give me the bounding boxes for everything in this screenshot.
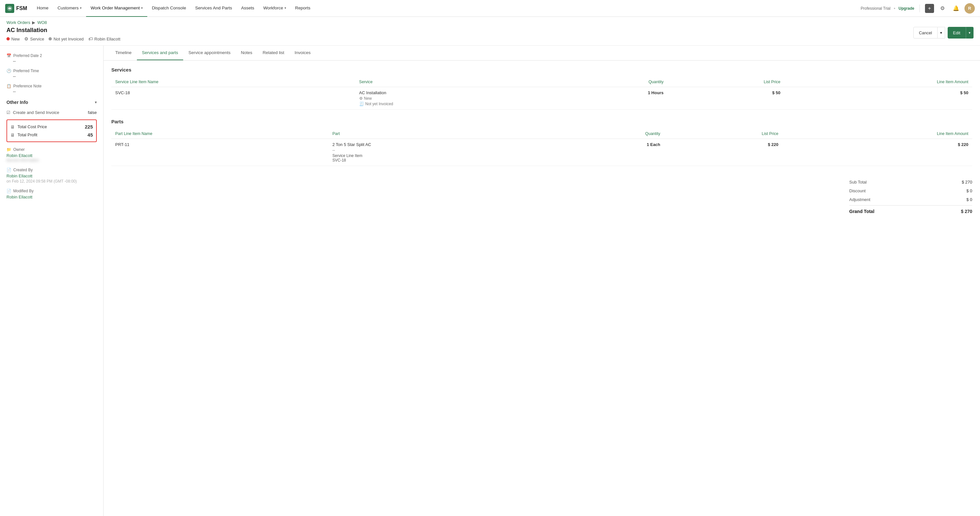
tab-invoices[interactable]: Invoices	[290, 46, 316, 60]
page-title: AC Installation	[6, 27, 120, 33]
owner-section: 📁 Owner Robin Ellacott blurred informati…	[0, 145, 103, 165]
edit-chevron-icon: ▾	[969, 31, 970, 35]
tab-service-appointments[interactable]: Service appointments	[183, 46, 235, 60]
service-line-amount: $ 50	[784, 87, 972, 110]
nav-home[interactable]: Home	[32, 0, 53, 17]
tab-notes[interactable]: Notes	[235, 46, 257, 60]
totals-table: Sub Total $ 270 Discount $ 0 Adjustment …	[849, 178, 972, 216]
note-icon: 📋	[6, 84, 11, 88]
service-line-item-name: SVC-18	[111, 87, 355, 110]
services-section: Services Service Line Item Name Service …	[103, 61, 980, 116]
owner-name[interactable]: Robin Ellacott	[6, 153, 97, 158]
adjustment-value: $ 0	[966, 197, 972, 202]
adjustment-row: Adjustment $ 0	[849, 195, 972, 204]
tabs-bar: Timeline Services and parts Service appo…	[103, 46, 980, 61]
total-profit-value: 45	[88, 132, 93, 138]
create-invoice-field: ☑ Create and Send Invoice false	[0, 108, 103, 117]
cancel-chevron-icon: ▾	[940, 31, 942, 35]
services-col-list-price: List Price	[667, 77, 784, 87]
parts-col-part: Part	[328, 129, 554, 139]
workforce-chevron-icon: ▾	[285, 6, 286, 10]
created-by-date: on Feb 12, 2024 09:58 PM (GMT -08:00)	[6, 179, 97, 183]
sub-total-row: Sub Total $ 270	[849, 178, 972, 186]
edit-dropdown-button[interactable]: ▾	[966, 27, 974, 38]
nav-right: Professional Trial • Upgrade + ⚙ 🔔 R	[861, 3, 975, 14]
service-line-value: SVC-18	[332, 158, 346, 162]
tab-timeline[interactable]: Timeline	[110, 46, 137, 60]
created-by-name[interactable]: Robin Ellacott	[6, 174, 97, 178]
badge-assignee-label: Robin Ellacott	[94, 37, 120, 41]
cancel-button[interactable]: Cancel	[913, 27, 937, 38]
modified-by-icon: 📄	[6, 189, 11, 193]
nav-dispatch-console[interactable]: Dispatch Console	[147, 0, 191, 17]
service-line-label: Service Line Item	[332, 153, 363, 158]
avatar[interactable]: R	[964, 3, 975, 14]
part-list-price: $ 220	[664, 139, 782, 166]
nav-customers[interactable]: Customers ▾	[53, 0, 86, 17]
total-profit-label: Total Profit	[18, 132, 85, 137]
breadcrumb-parent[interactable]: Work Orders	[6, 20, 30, 25]
other-info-title: Other Info	[6, 100, 28, 105]
badge-assignee: 🏷 Robin Ellacott	[88, 36, 120, 41]
modified-by-section: 📄 Modified By Robin Ellacott	[0, 186, 103, 202]
parts-table: Part Line Item Name Part Quantity List P…	[111, 129, 972, 166]
header-actions: Cancel ▾ Edit ▾	[913, 27, 974, 38]
nav-logo[interactable]: FSM	[5, 4, 27, 13]
services-label: Services	[111, 67, 972, 73]
nav-work-order-management[interactable]: Work Order Management ▾	[86, 0, 147, 17]
grand-total-label: Grand Total	[849, 209, 875, 214]
preferred-date-field: 📅 Preferred Date 2 --	[0, 51, 103, 66]
nav-logo-text: FSM	[16, 5, 27, 11]
service-row: SVC-18 AC Installation ⚙ New 🧾 Not yet I…	[111, 87, 972, 110]
tab-related-list[interactable]: Related list	[257, 46, 290, 60]
upgrade-link[interactable]: Upgrade	[899, 6, 914, 11]
badge-new-label: New	[11, 37, 20, 41]
parts-col-amount: Line Item Amount	[782, 129, 972, 139]
breadcrumb: Work Orders ▶ WO8	[6, 17, 974, 26]
trial-badge: Professional Trial	[861, 6, 890, 11]
service-details: AC Installation ⚙ New 🧾 Not yet Invoiced	[355, 87, 555, 110]
badge-invoice-label: Not yet Invoiced	[53, 37, 83, 41]
part-line-item-name: PRT-11	[111, 139, 328, 166]
created-by-label: Created By	[13, 168, 33, 172]
total-cost-price-label: Total Cost Price	[18, 124, 82, 129]
services-table: Service Line Item Name Service Quantity …	[111, 77, 972, 110]
wom-chevron-icon: ▾	[141, 6, 143, 10]
notifications-icon[interactable]: 🔔	[951, 3, 961, 14]
breadcrumb-separator: ▶	[32, 20, 35, 25]
create-invoice-label: Create and Send Invoice	[13, 110, 86, 115]
grand-total-value: $ 270	[961, 209, 972, 214]
checkbox-icon: ☑	[6, 110, 10, 115]
badge-service-label: Service	[30, 37, 44, 41]
status-badges: New ⚙ Service Not yet Invoiced 🏷 Robin E…	[6, 36, 120, 41]
nav-reports[interactable]: Reports	[291, 0, 315, 17]
part-line-amount: $ 220	[782, 139, 972, 166]
preference-note-value: --	[6, 89, 97, 94]
settings-icon[interactable]: ⚙	[937, 3, 948, 14]
invoice-sub-icon: 🧾	[359, 102, 364, 106]
create-invoice-value: false	[88, 110, 97, 115]
modified-by-label: Modified By	[13, 189, 33, 193]
service-quantity: 1 Hours	[555, 87, 668, 110]
nav-workforce[interactable]: Workforce ▾	[259, 0, 291, 17]
adjustment-label: Adjustment	[849, 197, 870, 202]
cancel-dropdown-button[interactable]: ▾	[938, 27, 945, 38]
modified-by-name[interactable]: Robin Ellacott	[6, 194, 97, 199]
total-cost-price-row: 🖥 Total Cost Price 225	[10, 123, 93, 131]
nav-assets[interactable]: Assets	[237, 0, 259, 17]
total-profit-row: 🖥 Total Profit 45	[10, 131, 93, 139]
other-info-section[interactable]: Other Info ▾	[0, 97, 103, 108]
tab-services-and-parts[interactable]: Services and parts	[137, 46, 183, 60]
edit-button[interactable]: Edit	[948, 27, 966, 38]
other-info-chevron-icon: ▾	[95, 100, 97, 105]
nav-services-and-parts[interactable]: Services And Parts	[191, 0, 237, 17]
created-by-section: 📄 Created By Robin Ellacott on Feb 12, 2…	[0, 165, 103, 186]
parts-col-quantity: Quantity	[554, 129, 665, 139]
create-button[interactable]: +	[925, 4, 934, 13]
sub-total-label: Sub Total	[849, 180, 867, 185]
service-icon: ⚙	[24, 36, 29, 41]
customers-chevron-icon: ▾	[80, 6, 81, 10]
invoice-status-dot	[49, 37, 52, 40]
parts-col-list-price: List Price	[664, 129, 782, 139]
clock-icon: 🕐	[6, 68, 11, 73]
